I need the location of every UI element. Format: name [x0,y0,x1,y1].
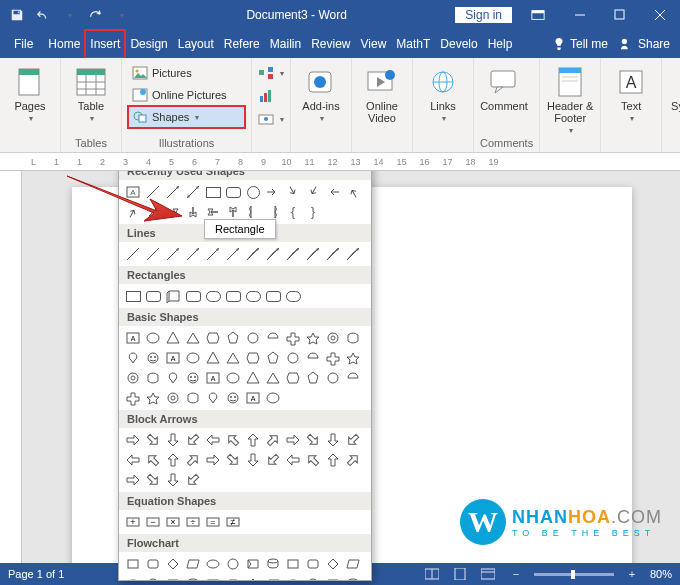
shape-option[interactable] [123,388,143,408]
maximize-button[interactable] [600,0,640,30]
shape-option[interactable]: − [143,512,163,532]
shape-option[interactable] [263,388,283,408]
horizontal-ruler[interactable]: L /*inline-ruler*/ 112345678910111213141… [0,153,680,171]
zoom-out-button[interactable]: − [506,566,526,582]
save-button[interactable] [6,4,28,26]
shape-option[interactable] [263,450,283,470]
tab-mailings[interactable]: Mailin [265,30,306,58]
shape-option[interactable] [283,368,303,388]
shape-option[interactable] [123,470,143,490]
print-layout-button[interactable] [450,566,470,582]
shape-option[interactable]: ≠ [223,512,243,532]
shape-option[interactable] [183,554,203,574]
text-button[interactable]: AText [607,62,655,123]
shape-option[interactable] [283,286,303,306]
shape-option[interactable] [183,574,203,581]
shape-option[interactable] [123,450,143,470]
shape-option[interactable] [263,244,283,264]
tab-insert[interactable]: Insert [85,30,125,58]
comment-button[interactable]: Comment [480,62,528,112]
shape-option[interactable] [183,450,203,470]
shape-option[interactable] [203,348,223,368]
shape-option[interactable] [143,348,163,368]
shape-option[interactable] [323,554,343,574]
shape-option[interactable] [283,430,303,450]
shape-option[interactable] [243,554,263,574]
shape-option[interactable]: A [123,182,143,202]
screenshot-button[interactable] [254,108,288,130]
read-mode-button[interactable] [422,566,442,582]
shape-option[interactable] [163,286,183,306]
tab-file[interactable]: File [4,30,43,58]
shape-option[interactable]: = [203,512,223,532]
shape-option[interactable] [283,244,303,264]
tab-view[interactable]: View [356,30,392,58]
shape-option[interactable] [283,182,303,202]
pictures-button[interactable]: Pictures [128,62,245,84]
shape-option[interactable] [223,244,243,264]
shape-option[interactable] [203,182,223,202]
smartart-button[interactable] [254,62,288,84]
shape-option[interactable] [343,450,363,470]
shape-option[interactable] [263,286,283,306]
shape-option[interactable] [323,348,343,368]
tab-help[interactable]: Help [483,30,518,58]
shape-option[interactable] [263,430,283,450]
shape-option[interactable] [163,182,183,202]
shape-option[interactable] [163,430,183,450]
shape-option[interactable] [123,430,143,450]
shape-option[interactable] [223,554,243,574]
tab-references[interactable]: Refere [219,30,265,58]
shape-option[interactable] [343,328,363,348]
shape-option[interactable]: } [303,202,323,222]
shape-option[interactable] [143,202,163,222]
shape-option[interactable] [143,182,163,202]
shape-option[interactable] [143,574,163,581]
shape-option[interactable] [243,244,263,264]
shape-option[interactable] [163,574,183,581]
shape-option[interactable]: ÷ [183,512,203,532]
shape-option[interactable] [263,348,283,368]
shape-option[interactable] [183,470,203,490]
online-pictures-button[interactable]: Online Pictures [128,84,245,106]
page-count[interactable]: Page 1 of 1 [8,568,64,580]
tell-me-button[interactable]: Tell me [546,30,614,58]
shape-option[interactable] [283,348,303,368]
close-button[interactable] [640,0,680,30]
shape-option[interactable] [123,574,143,581]
shape-option[interactable] [303,450,323,470]
shape-option[interactable] [203,430,223,450]
shape-option[interactable] [263,368,283,388]
shape-option[interactable] [223,182,243,202]
zoom-level[interactable]: 80% [650,568,672,580]
shape-option[interactable]: A [243,388,263,408]
shape-option[interactable] [303,430,323,450]
shape-option[interactable] [223,328,243,348]
shape-option[interactable] [303,328,323,348]
shape-option[interactable] [123,244,143,264]
minimize-button[interactable] [560,0,600,30]
shape-option[interactable] [263,328,283,348]
shape-option[interactable] [183,244,203,264]
shape-option[interactable] [263,182,283,202]
shape-option[interactable] [163,202,183,222]
shape-option[interactable] [183,286,203,306]
shape-option[interactable] [163,554,183,574]
shape-option[interactable] [343,554,363,574]
shape-option[interactable] [283,328,303,348]
shape-option[interactable]: { [283,202,303,222]
shape-option[interactable] [203,450,223,470]
tab-home[interactable]: Home [43,30,85,58]
tab-layout[interactable]: Layout [173,30,219,58]
shape-option[interactable] [123,368,143,388]
shape-option[interactable] [203,554,223,574]
shape-option[interactable] [203,574,223,581]
shape-option[interactable] [203,244,223,264]
shape-option[interactable] [143,430,163,450]
shape-option[interactable] [143,450,163,470]
online-video-button[interactable]: Online Video [358,62,406,124]
shape-option[interactable]: A [123,328,143,348]
shape-option[interactable] [303,244,323,264]
shape-option[interactable] [143,388,163,408]
shape-option[interactable] [163,368,183,388]
